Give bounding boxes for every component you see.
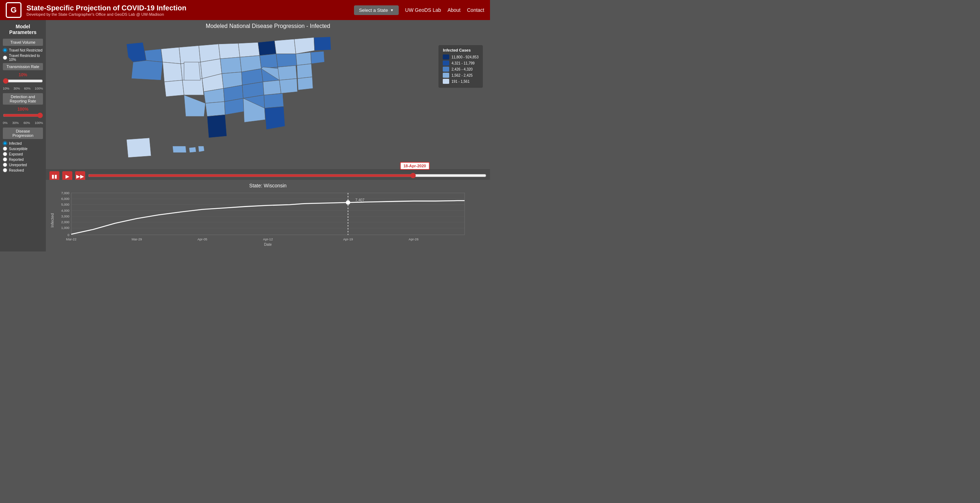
state-hi2 [189, 147, 196, 153]
state-mi [258, 41, 276, 56]
app-subtitle: Developed by the State Cartographer's Of… [27, 12, 354, 16]
state-mt [179, 45, 200, 64]
nav-right: Select a State ▼ UW GeoDS Lab About Cont… [354, 5, 484, 15]
svg-text:2,000: 2,000 [61, 220, 70, 224]
transmission-rate-value: 10% [3, 72, 43, 77]
travel-restricted-radio[interactable] [3, 56, 7, 60]
travel-not-restricted-radio[interactable] [3, 48, 7, 52]
sidebar: Model Parameters Travel Volume Travel No… [0, 20, 46, 251]
dp-unreported-option[interactable]: Unreported [3, 163, 43, 167]
chart-area: State: Wisconsin Infected [46, 180, 490, 251]
main-layout: Model Parameters Travel Volume Travel No… [0, 20, 490, 251]
dp-resolved-radio[interactable] [3, 168, 7, 172]
infected-line [71, 201, 465, 234]
dp-infected-radio[interactable] [3, 141, 7, 145]
chart-state-title: State: Wisconsin [49, 183, 487, 188]
state-ca [131, 61, 162, 80]
svg-text:Apr-19: Apr-19 [343, 238, 353, 241]
state-tx [207, 115, 227, 137]
chevron-down-icon: ▼ [390, 8, 394, 12]
map-legend: Infected Cases 11,800 - 924,853 4,321 - … [439, 45, 483, 88]
content-area: Modeled National Disease Progression - I… [46, 20, 490, 251]
detection-rate-slider-container [3, 112, 43, 120]
travel-restricted-label: Travel Restricted to 10% [9, 54, 43, 62]
dp-infected-label: Infected [9, 142, 22, 145]
dp-susceptible-radio[interactable] [3, 147, 7, 151]
app-title: State-Specific Projection of COVID-19 In… [27, 3, 354, 12]
chart-bg [71, 193, 465, 235]
legend-color-4 [443, 79, 449, 84]
state-wy [184, 62, 200, 80]
select-state-button[interactable]: Select a State ▼ [354, 5, 399, 15]
annotation-dot [346, 201, 350, 204]
transmission-rate-ticks: 10% 30% 60% 100% [3, 87, 43, 90]
dp-infected-option[interactable]: Infected [3, 141, 43, 145]
legend-item-0: 11,800 - 924,853 [443, 54, 479, 59]
travel-not-restricted-label: Travel Not Restricted [9, 48, 43, 52]
chart-wrapper: Infected 7,000 6,000 5,000 4 [49, 190, 487, 249]
transmission-rate-header: Transmission Rate [3, 63, 43, 70]
nav-about[interactable]: About [447, 7, 461, 13]
state-ia [220, 57, 242, 74]
state-wa [126, 42, 146, 62]
travel-not-restricted-option[interactable]: Travel Not Restricted [3, 48, 43, 52]
state-ct-ri [311, 51, 325, 64]
svg-text:Apr-26: Apr-26 [409, 238, 418, 241]
legend-color-2 [443, 67, 449, 72]
state-ga [264, 94, 283, 108]
travel-restricted-option[interactable]: Travel Restricted to 10% [3, 54, 43, 62]
dp-resolved-label: Resolved [9, 168, 24, 172]
state-wv [278, 65, 297, 80]
nav-uwgeods[interactable]: UW GeoDS Lab [405, 7, 441, 13]
header: G State-Specific Projection of COVID-19 … [0, 0, 490, 20]
detection-rate-ticks: 0% 30% 60% 100% [3, 121, 43, 125]
dp-reported-radio[interactable] [3, 157, 7, 161]
legend-text-0: 11,800 - 924,853 [451, 55, 479, 59]
dp-unreported-radio[interactable] [3, 163, 7, 167]
svg-text:Date: Date [264, 243, 272, 246]
state-nj [296, 52, 312, 65]
state-sc [263, 80, 281, 95]
legend-color-1 [443, 61, 449, 65]
app-logo: G [6, 2, 21, 18]
svg-text:0: 0 [68, 233, 70, 237]
state-az [164, 80, 184, 97]
disease-progression-header: Disease Progression [3, 128, 43, 139]
svg-text:5,000: 5,000 [61, 203, 70, 206]
legend-item-2: 2,426 - 4,320 [443, 67, 479, 72]
dp-resolved-option[interactable]: Resolved [3, 168, 43, 172]
svg-text:3,000: 3,000 [61, 215, 70, 218]
transmission-rate-slider-container [3, 78, 43, 85]
dp-reported-label: Reported [9, 158, 24, 161]
state-in [260, 54, 278, 69]
svg-text:6,000: 6,000 [61, 197, 70, 201]
dp-exposed-radio[interactable] [3, 152, 7, 156]
date-bubble: 18-Apr-2020 [400, 162, 430, 170]
state-nm [183, 78, 204, 95]
dp-susceptible-option[interactable]: Susceptible [3, 147, 43, 151]
detection-rate-value: 100% [3, 107, 43, 112]
dp-susceptible-label: Susceptible [9, 147, 27, 151]
legend-text-1: 4,321 - 11,799 [451, 61, 475, 65]
y-axis-label: Infected [50, 213, 54, 227]
nav-contact[interactable]: Contact [467, 7, 484, 13]
svg-text:Apr-12: Apr-12 [263, 238, 273, 241]
detection-rate-header: Detection and Reporting Rate [3, 93, 43, 105]
us-map-svg [46, 31, 490, 169]
transmission-rate-slider[interactable] [3, 78, 43, 84]
timeline-slider[interactable] [88, 173, 487, 179]
sidebar-title: Model Parameters [3, 24, 43, 35]
state-co [184, 95, 205, 117]
legend-color-3 [443, 73, 449, 78]
state-or [145, 49, 163, 62]
dp-reported-option[interactable]: Reported [3, 157, 43, 161]
title-block: State-Specific Projection of COVID-19 In… [27, 3, 354, 16]
dp-exposed-option[interactable]: Exposed [3, 152, 43, 156]
state-me [314, 37, 331, 51]
legend-item-3: 1,562 - 2,425 [443, 73, 479, 78]
detection-rate-slider[interactable] [3, 112, 43, 118]
state-id [161, 47, 181, 64]
map-area: Modeled National Disease Progression - I… [46, 20, 490, 180]
svg-text:4,000: 4,000 [61, 209, 70, 212]
legend-text-4: 191 - 1,561 [451, 80, 469, 83]
